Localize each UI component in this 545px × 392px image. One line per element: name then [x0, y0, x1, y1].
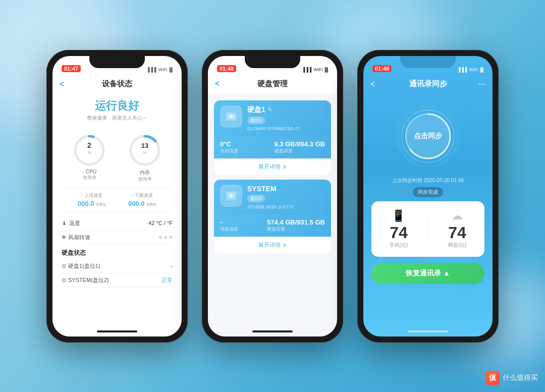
upload-value-row: 000.0 KB/s	[78, 199, 106, 208]
upload-arrow-icon: ↑	[81, 193, 83, 198]
signal-icon: ▐▐▐	[146, 67, 156, 72]
download-label: ↓ 下载速度	[128, 192, 156, 199]
metrics-row: 2 % ↑ CPU 使用率 13 %	[62, 133, 173, 183]
nav-title-2: 硬盘管理	[257, 79, 288, 89]
svg-text:%: %	[143, 150, 146, 155]
fan-icon-2: ❄	[164, 235, 168, 240]
sync-complete-badge: 同步完成	[413, 187, 443, 197]
sync-circle[interactable]: 点击同步	[395, 103, 461, 169]
disk-2-cap-stat: 574.4 GB/931.5 GB 硬盘容量	[267, 218, 325, 233]
mem-label: 内存	[140, 169, 150, 176]
more-button-3[interactable]: ···	[478, 79, 485, 89]
cloud-count: 74	[448, 225, 466, 241]
fan-speed-icons: ❄ ❄ ❄	[158, 235, 173, 240]
restore-button[interactable]: 恢复通讯录 ▲	[371, 263, 484, 284]
download-unit: KB/s	[147, 202, 156, 207]
disk-2-name-row: SYSTEM	[247, 185, 325, 193]
back-button-1[interactable]: <	[60, 80, 64, 89]
cpu-metric: 2 % ↑ CPU 使用率	[72, 133, 107, 183]
cloud-count-label: 网盘(位)	[448, 242, 467, 249]
disk-section-title: 硬盘状态	[62, 245, 173, 259]
disk-2-header: SYSTEM 盘位2 ST1000LX015-1U7172	[214, 180, 331, 214]
signal-icon-3: ▐▐▐	[457, 67, 467, 72]
sync-result-card: 📱 74 手机(位) ☁ 74 网盘(位)	[371, 201, 484, 257]
signal-icon-2: ▐▐▐	[302, 67, 311, 72]
disk-1-cap-value: 9.3 GB/894.3 GB	[275, 140, 325, 148]
status-icons-2: ▐▐▐ WiFi ▓	[302, 67, 328, 72]
svg-text:2: 2	[87, 141, 91, 149]
temp-value: 42 °C / °F	[148, 220, 173, 226]
disk-2-stats: - 当前温度 574.4 GB/931.5 GB 硬盘容量	[214, 214, 331, 237]
battery-icon: ▓	[169, 67, 173, 72]
home-bar-1	[97, 330, 137, 332]
disk1-value: -	[171, 263, 173, 269]
disk-2-expand[interactable]: 展开详情 ∨	[214, 237, 331, 253]
nav-bar-2: < 硬盘管理	[208, 74, 337, 94]
svg-text:%: %	[87, 150, 91, 155]
fan-icon-1: ❄	[158, 235, 162, 240]
disk-2-temp-stat: - 当前温度	[220, 218, 238, 233]
disk-1-model: GLOWAY:STK960GS3-S7	[247, 126, 325, 131]
cloud-count-item: ☁ 74 网盘(位)	[448, 209, 467, 249]
fan-icon: ❄	[62, 234, 66, 241]
temp-label-row: 🌡 温度	[62, 219, 80, 227]
disk2-row: ⊙ SYSTEM(盘位2) 正常	[62, 273, 173, 288]
wifi-icon: WiFi	[158, 67, 167, 72]
disk-1-cap-label: 硬盘容量	[275, 148, 325, 154]
disk-2-name: SYSTEM	[247, 185, 277, 193]
disk1-label: ⊙ 硬盘1(盘位1)	[62, 262, 100, 270]
disk-2-info: SYSTEM 盘位2 ST1000LX015-1U7172	[247, 185, 325, 209]
disk-1-name-row: 硬盘1 ✎	[247, 105, 325, 115]
sync-divider	[428, 216, 428, 242]
disk-1-tag: 盘位1	[247, 117, 265, 124]
upload-label: ↑ 上传速度	[78, 192, 106, 199]
disk-1-temp-value: 0°C	[220, 140, 238, 148]
sync-circle-text: 点击同步	[414, 132, 442, 141]
disk-content: 硬盘1 ✎ 盘位1 GLOWAY:STK960GS3-S7 0°C 当前温度	[208, 94, 337, 326]
watermark: 值 什么值得买	[485, 371, 538, 385]
svg-point-10	[230, 116, 232, 118]
disk-1-stats: 0°C 当前温度 9.3 GB/894.3 GB 硬盘容量	[214, 136, 331, 158]
nav-bar-1: < 设备状态	[52, 74, 182, 94]
watermark-logo: 值	[485, 371, 500, 385]
notch-3	[400, 56, 456, 68]
back-button-3[interactable]: <	[370, 80, 375, 89]
disk2-icon: ⊙	[62, 277, 66, 284]
disk-2-card: SYSTEM 盘位2 ST1000LX015-1U7172 - 当前温度 574…	[214, 180, 331, 253]
disk-2-icon	[220, 185, 242, 207]
device-status-content: 运行良好 整体健康，谢谢主人关心～ 2 % ↑ CPU	[52, 94, 182, 326]
disk-1-info: 硬盘1 ✎ 盘位1 GLOWAY:STK960GS3-S7	[247, 105, 325, 131]
nav-title-1: 设备状态	[102, 79, 132, 89]
edit-icon-1[interactable]: ✎	[267, 106, 272, 113]
phones-container: 01:47 ▐▐▐ WiFi ▓ < 设备状态 运行良好 整体健康，谢谢主人关心…	[46, 50, 499, 343]
phone-count-item: 📱 74 手机(位)	[390, 209, 408, 249]
upload-value: 000.0	[78, 200, 94, 207]
phone-3-screen: 01:48 ▐▐▐ WiFi ▓ < 通讯录同步 ···	[363, 56, 493, 337]
status-header: 运行良好 整体健康，谢谢主人关心～	[62, 94, 173, 128]
chevron-down-icon-2: ∨	[283, 242, 287, 248]
download-item: ↓ 下载速度 000.0 KB/s	[128, 192, 156, 208]
phone-count-label: 手机(位)	[390, 242, 408, 249]
disk-1-expand[interactable]: 展开详情 ∨	[214, 158, 331, 175]
status-icons-1: ▐▐▐ WiFi ▓	[146, 67, 173, 72]
nav-title-3: 通讯录同步	[409, 79, 447, 89]
upload-item: ↑ 上传速度 000.0 KB/s	[78, 192, 106, 208]
back-button-2[interactable]: <	[215, 79, 220, 88]
disk-2-tag: 盘位2	[247, 195, 265, 202]
disk-icon-svg-2	[225, 189, 238, 202]
phone-contacts-icon: 📱	[392, 209, 405, 222]
watermark-text: 什么值得买	[503, 373, 538, 382]
download-value: 000.0	[128, 200, 145, 207]
disk-1-card: 硬盘1 ✎ 盘位1 GLOWAY:STK960GS3-S7 0°C 当前温度	[214, 100, 331, 175]
phone-3: 01:48 ▐▐▐ WiFi ▓ < 通讯录同步 ···	[357, 50, 499, 343]
battery-icon-3: ▓	[480, 67, 483, 72]
fan-row: ❄ 风扇转速 ❄ ❄ ❄	[62, 231, 173, 245]
upload-unit: KB/s	[96, 202, 106, 207]
battery-icon-2: ▓	[324, 67, 328, 72]
fan-icon-3: ❄	[169, 235, 173, 240]
status-time-2: 01:48	[217, 65, 236, 72]
wifi-icon-2: WiFi	[313, 67, 322, 72]
disk-1-cap-stat: 9.3 GB/894.3 GB 硬盘容量	[275, 140, 325, 154]
notch-1	[89, 56, 145, 68]
disk-2-model: ST1000LX015-1U7172	[247, 204, 325, 209]
